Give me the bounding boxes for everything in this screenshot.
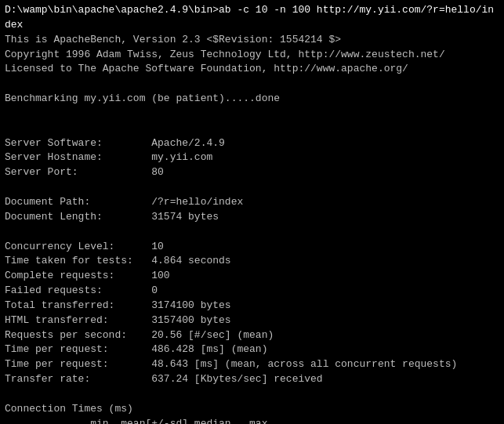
terminal-line: Benchmarking my.yii.com (be patient)....…: [5, 92, 499, 107]
terminal-line: Licensed to The Apache Software Foundati…: [5, 62, 499, 77]
terminal-line: Server Software: Apache/2.4.9: [5, 136, 499, 151]
terminal-line: Connection Times (ms): [5, 402, 499, 417]
terminal-line: HTML transferred: 3157400 bytes: [5, 313, 499, 328]
terminal-window: D:\wamp\bin\apache\apache2.4.9\bin>ab -c…: [0, 0, 504, 424]
terminal-output: D:\wamp\bin\apache\apache2.4.9\bin>ab -c…: [5, 3, 499, 424]
terminal-line: Concurrency Level: 10: [5, 240, 499, 255]
terminal-line: Server Port: 80: [5, 165, 499, 180]
terminal-line: Failed requests: 0: [5, 284, 499, 299]
terminal-line: [5, 107, 499, 121]
terminal-line: Complete requests: 100: [5, 269, 499, 284]
terminal-line: Total transferred: 3174100 bytes: [5, 299, 499, 313]
terminal-line: D:\wamp\bin\apache\apache2.4.9\bin>ab -c…: [5, 3, 499, 18]
terminal-line: This is ApacheBench, Version 2.3 <$Revis…: [5, 33, 499, 48]
terminal-line: Time taken for tests: 4.864 seconds: [5, 254, 499, 269]
terminal-line: [5, 77, 499, 92]
terminal-line: dex: [5, 18, 499, 33]
terminal-line: min mean[+/-sd] median max: [5, 417, 499, 424]
terminal-line: [5, 387, 499, 402]
terminal-line: Time per request: 48.643 [ms] (mean, acr…: [5, 357, 499, 372]
terminal-line: Time per request: 486.428 [ms] (mean): [5, 342, 499, 357]
terminal-line: Document Path: /?r=hello/index: [5, 195, 499, 210]
terminal-line: [5, 121, 499, 136]
terminal-line: Server Hostname: my.yii.com: [5, 150, 499, 165]
terminal-line: Copyright 1996 Adam Twiss, Zeus Technolo…: [5, 48, 499, 63]
terminal-line: Requests per second: 20.56 [#/sec] (mean…: [5, 328, 499, 343]
terminal-line: Transfer rate: 637.24 [Kbytes/sec] recei…: [5, 372, 499, 387]
terminal-line: Document Length: 31574 bytes: [5, 210, 499, 225]
terminal-line: [5, 225, 499, 240]
terminal-line: [5, 180, 499, 195]
